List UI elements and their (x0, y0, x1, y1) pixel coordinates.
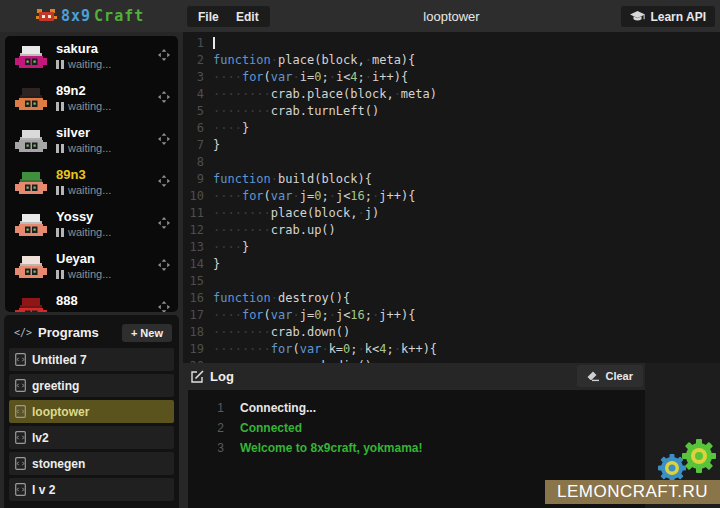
program-file-icon (15, 353, 26, 366)
program-item[interactable]: Untitled 7 (9, 348, 174, 371)
code-line: 13····} (183, 239, 720, 256)
clear-label: Clear (605, 370, 633, 382)
player-row[interactable]: silverwaiting... (5, 120, 178, 162)
code-line: 2function·place(block,·meta){ (183, 52, 720, 69)
code-line-text: ········crab.place(block,·meta) (213, 86, 437, 103)
code-line: 17····for(var·j=0;·j<16;·j++){ (183, 307, 720, 324)
text-cursor (213, 37, 215, 49)
code-line: 9function·build(block){ (183, 171, 720, 188)
code-line-text: ········crab.turnLeft() (213, 103, 379, 120)
line-number: 14 (183, 256, 213, 273)
code-line-text: ····} (213, 120, 249, 137)
teleport-icon[interactable] (158, 47, 170, 65)
program-item[interactable]: stonegen (9, 452, 174, 475)
new-program-button[interactable]: + New (122, 324, 172, 342)
code-line: 16function·destroy(){ (183, 290, 720, 307)
programs-title: Programs (38, 325, 122, 340)
player-avatar (15, 45, 47, 71)
pause-icon (56, 186, 64, 195)
player-status-text: waiting... (68, 58, 111, 70)
crab-logo-icon (36, 8, 58, 24)
program-item[interactable]: l v 2 (9, 478, 174, 501)
program-item-label: greeting (32, 379, 79, 393)
code-line-text: function·build(block){ (213, 171, 372, 188)
line-number: 17 (183, 307, 213, 324)
player-status: waiting... (56, 58, 158, 70)
teleport-icon[interactable] (158, 131, 170, 149)
line-number: 6 (183, 120, 213, 137)
player-row[interactable]: Ueyanwaiting... (5, 246, 178, 288)
program-file-icon (15, 431, 26, 444)
teleport-icon[interactable] (158, 215, 170, 233)
player-row[interactable]: 888waiting... (5, 288, 178, 312)
pause-icon (56, 228, 64, 237)
player-status: waiting... (56, 142, 158, 154)
clear-log-button[interactable]: Clear (577, 365, 643, 387)
code-line: 6····} (183, 120, 720, 137)
teleport-icon[interactable] (158, 89, 170, 107)
code-line-text: ········crab.down() (213, 324, 350, 341)
programs-header: </> Programs + New (9, 320, 174, 345)
code-line-text: } (213, 137, 220, 154)
green-gear-icon (682, 439, 716, 473)
program-item[interactable]: greeting (9, 374, 174, 397)
player-name: sakura (56, 41, 158, 56)
teleport-icon[interactable] (158, 299, 170, 312)
code-line-text: ····for(var·j=0;·j<16;·j++){ (213, 188, 415, 205)
edit-menu-button[interactable]: Edit (225, 6, 270, 27)
log-line-number: 2 (188, 418, 224, 438)
line-number: 5 (183, 103, 213, 120)
program-file-icon (15, 405, 26, 418)
program-item[interactable]: lv2 (9, 426, 174, 449)
pause-icon (56, 144, 64, 153)
lemoncraft-banner: LEMONCRAFT.RU (545, 480, 720, 504)
player-name: 89n3 (56, 167, 158, 182)
code-line: 5········crab.turnLeft() (183, 103, 720, 120)
code-line-text: ········place(block,·j) (213, 205, 379, 222)
log-line: 1Connecting... (188, 398, 645, 418)
log-line: 2Connected (188, 418, 645, 438)
program-file-icon (15, 483, 26, 496)
player-row[interactable]: 89n2waiting... (5, 78, 178, 120)
graduation-cap-icon (630, 11, 645, 23)
player-row[interactable]: Yossywaiting... (5, 204, 178, 246)
code-line: 7} (183, 137, 720, 154)
pause-icon (56, 312, 64, 313)
player-row[interactable]: 89n3waiting... (5, 162, 178, 204)
code-line-text: function·destroy(){ (213, 290, 350, 307)
line-number: 11 (183, 205, 213, 222)
banner-text: LEMONCRAFT.RU (557, 482, 708, 502)
line-number: 4 (183, 86, 213, 103)
line-number: 8 (183, 154, 213, 171)
code-line: 1 (183, 35, 720, 52)
code-line-text: ····for(var·j=0;·j<16;·j++){ (213, 307, 415, 324)
code-line: 10····for(var·j=0;·j<16;·j++){ (183, 188, 720, 205)
line-number: 16 (183, 290, 213, 307)
code-line-text: ········crab.up() (213, 222, 336, 239)
line-number: 10 (183, 188, 213, 205)
line-number: 7 (183, 137, 213, 154)
player-status: waiting... (56, 268, 158, 280)
code-line-text: ········for(var·k=0;·k<4;·k++){ (213, 341, 437, 358)
program-file-icon (15, 379, 26, 392)
code-editor[interactable]: 12function·place(block,·meta){3····for(v… (183, 32, 720, 363)
player-status-text: waiting... (68, 226, 111, 238)
code-line: 12········crab.up() (183, 222, 720, 239)
program-item-label: stonegen (32, 457, 85, 471)
program-file-icon (15, 457, 26, 470)
log-header: Log Clear (183, 363, 720, 389)
code-line: 3····for(var·i=0;·i<4;·i++){ (183, 69, 720, 86)
player-name: Yossy (56, 209, 158, 224)
file-menu-button[interactable]: File (187, 6, 230, 27)
learn-api-button[interactable]: Learn API (621, 6, 715, 27)
player-row[interactable]: sakurawaiting... (5, 36, 178, 78)
code-line: 14} (183, 256, 720, 273)
code-line: 18········crab.down() (183, 324, 720, 341)
line-number: 2 (183, 52, 213, 69)
teleport-icon[interactable] (158, 257, 170, 275)
players-panel: sakurawaiting... 89n2waiting... (5, 36, 178, 312)
teleport-icon[interactable] (158, 173, 170, 191)
line-number: 18 (183, 324, 213, 341)
program-item[interactable]: looptower (9, 400, 174, 423)
player-name: silver (56, 125, 158, 140)
